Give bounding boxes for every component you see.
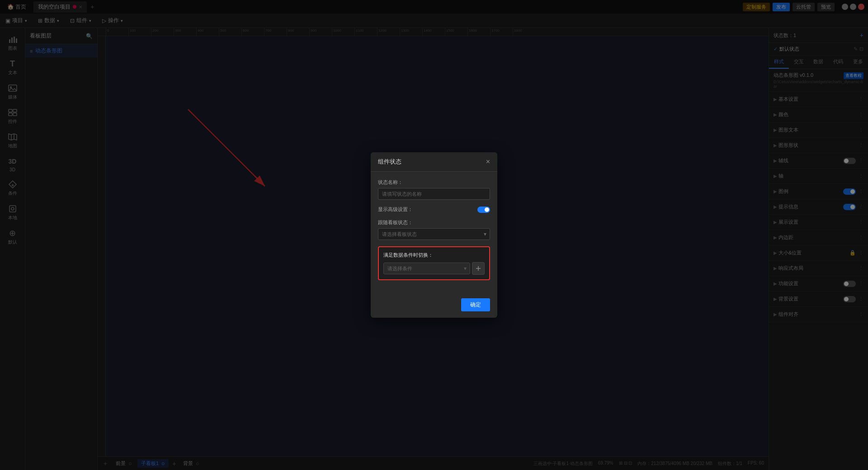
state-name-group: 状态名称： [378,179,490,200]
dialog-overlay[interactable]: 组件状态 × 状态名称： 显示高级设置： 跟随看板状态： 请选择 [0,0,868,470]
condition-add-btn[interactable] [472,262,485,275]
dialog-footer: 确定 [371,294,497,318]
show-advanced-label: 显示高级设置： [378,206,413,213]
condition-select-wrap: 请选择条件 ▾ [383,263,470,274]
condition-section: 满足数据条件时切换： 请选择条件 ▾ [378,246,490,280]
state-name-input[interactable] [378,188,490,200]
confirm-button[interactable]: 确定 [461,298,490,311]
condition-label: 满足数据条件时切换： [383,252,485,258]
state-name-label: 状态名称： [378,179,490,186]
show-advanced-group: 显示高级设置： [378,206,490,213]
follow-board-label: 跟随看板状态： [378,219,490,226]
condition-select[interactable]: 请选择条件 [383,263,470,274]
component-state-dialog: 组件状态 × 状态名称： 显示高级设置： 跟随看板状态： 请选择 [371,152,497,318]
follow-board-select-wrap: 请选择看板状态 ▾ [378,228,490,240]
show-advanced-toggle[interactable] [477,207,490,213]
follow-board-group: 跟随看板状态： 请选择看板状态 ▾ [378,219,490,240]
dialog-close-btn[interactable]: × [486,158,490,166]
follow-board-select[interactable]: 请选择看板状态 [378,228,490,240]
condition-row: 请选择条件 ▾ [383,262,485,275]
dialog-body: 状态名称： 显示高级设置： 跟随看板状态： 请选择看板状态 ▾ [371,172,497,294]
dialog-header: 组件状态 × [371,152,497,172]
